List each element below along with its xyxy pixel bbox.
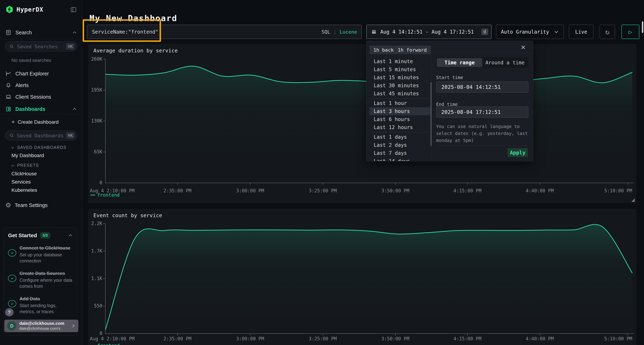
- check-circle-icon: [8, 300, 16, 307]
- sidebar-item-clickhouse[interactable]: ClickHouse: [12, 171, 37, 177]
- axis-tick: [395, 333, 396, 336]
- x-tick-label: 2:35:00 PM: [164, 188, 192, 193]
- sidebar-item-kubernetes[interactable]: Kubernetes: [12, 187, 37, 193]
- chart-panel-avg-duration[interactable]: Average duration by service 260K: [88, 44, 636, 203]
- get-started-item[interactable]: Create Data Sources Configure where your…: [8, 270, 73, 289]
- y-axis-line: [105, 59, 106, 183]
- page-scrollbar-thumb[interactable]: [642, 21, 643, 33]
- saved-dashboards-search[interactable]: ⌘K: [5, 130, 77, 140]
- avatar: D: [7, 321, 16, 331]
- panel-resize-grip[interactable]: ◢: [632, 198, 635, 202]
- user-menu[interactable]: D dale@clickhouse.com dale@clickhouse.co…: [4, 320, 78, 332]
- group-header-saved-dashboards[interactable]: SAVED DASHBOARDS: [11, 145, 66, 150]
- time-preset-option[interactable]: Last 1 days: [370, 133, 431, 141]
- axis-tick: [103, 59, 105, 59]
- granularity-value: Auto Granularity: [501, 29, 549, 35]
- group-header-presets[interactable]: PRESETS: [11, 163, 39, 168]
- chart-legend[interactable]: frontend: [90, 192, 120, 198]
- user-org: dale@clickhouse.com's: [19, 326, 64, 331]
- axis-tick: [103, 306, 105, 306]
- legend-label: frontend: [97, 343, 120, 345]
- sidebar-item-label: Alerts: [16, 82, 28, 88]
- x-axis-line: [105, 333, 634, 334]
- tab-around-a-time[interactable]: Around a time: [482, 58, 528, 67]
- shift-1h-forward-button[interactable]: 1h forward: [394, 45, 431, 54]
- sidebar-item-services[interactable]: Services: [12, 179, 30, 185]
- chevron-up-icon[interactable]: [68, 233, 73, 238]
- saved-searches-input[interactable]: [17, 44, 64, 49]
- x-tick-label: 5:10:00 PM: [604, 336, 632, 342]
- sidebar-item-client-sessions[interactable]: Client Sessions: [5, 93, 77, 101]
- app-logo[interactable]: HyperDX: [5, 5, 43, 13]
- y-tick-label: 65K: [94, 149, 102, 154]
- shortcut-badge: ⌘K: [66, 43, 74, 50]
- axis-tick: [628, 333, 628, 336]
- get-started-item-desc: Set up your database connection: [20, 252, 73, 264]
- y-tick-label: 0: [100, 180, 102, 185]
- hyperdx-app: HyperDX Search ⌘K No saved searches Char…: [0, 0, 644, 345]
- series-area: [106, 225, 632, 333]
- filter-input[interactable]: [92, 29, 318, 35]
- sidebar-item-dashboards[interactable]: Dashboards: [5, 105, 77, 113]
- sidebar-item-chart-explorer[interactable]: Chart Explorer: [5, 69, 77, 78]
- time-preset-option[interactable]: Last 12 hours: [370, 123, 431, 131]
- close-icon[interactable]: ✕: [521, 44, 526, 51]
- time-range-input[interactable]: Aug 4 14:12:51 - Aug 4 17:12:51 d: [366, 25, 492, 39]
- end-time-input[interactable]: [436, 106, 528, 118]
- start-time-input[interactable]: [436, 81, 528, 93]
- y-tick-label: 2.2K: [91, 221, 102, 226]
- live-button[interactable]: Live: [569, 25, 594, 39]
- legend-label: frontend: [97, 192, 120, 198]
- time-picker-tabs: Time range Around a time: [436, 57, 528, 68]
- time-preset-option[interactable]: Last 7 days: [370, 149, 431, 157]
- sidebar-item-alerts[interactable]: Alerts: [5, 81, 77, 89]
- chevron-down-icon: [554, 29, 559, 34]
- shift-1h-back-button[interactable]: 1h back: [370, 45, 398, 54]
- apply-button[interactable]: Apply: [508, 148, 528, 157]
- time-preset-option[interactable]: Last 1 minute: [370, 57, 431, 65]
- list-scrollbar-thumb[interactable]: [430, 82, 432, 146]
- page-title: My New Dashboard: [90, 13, 177, 23]
- refresh-icon: ↻: [605, 28, 610, 36]
- sidebar-item-label: Dashboards: [16, 106, 46, 112]
- shortcut-badge: ⌘K: [66, 132, 74, 139]
- get-started-progress-badge: 3/3: [40, 232, 50, 239]
- time-preset-option[interactable]: Last 15 minutes: [370, 73, 431, 81]
- chart-legend[interactable]: frontend: [90, 343, 120, 345]
- time-preset-option-selected[interactable]: Last 3 hours: [370, 107, 431, 115]
- bell-icon: [5, 82, 12, 88]
- tab-time-range[interactable]: Time range: [437, 58, 482, 67]
- get-started-item[interactable]: Connect to ClickHouse Set up your databa…: [8, 245, 73, 264]
- get-started-item-title: Add Data: [20, 296, 73, 302]
- sql-toggle[interactable]: SQL: [322, 29, 330, 35]
- sidebar-item-search[interactable]: Search: [5, 28, 77, 37]
- axis-tick: [103, 279, 105, 279]
- time-preset-option[interactable]: Last 6 hours: [370, 115, 431, 123]
- sidebar-item-my-dashboard[interactable]: My Dashboard: [12, 153, 44, 158]
- saved-dashboards-input[interactable]: [17, 133, 64, 139]
- user-email: dale@clickhouse.com: [19, 321, 64, 326]
- time-preset-option[interactable]: Last 30 minutes: [370, 81, 431, 89]
- time-preset-option[interactable]: Last 14 days: [370, 157, 431, 161]
- help-button[interactable]: ?: [5, 308, 14, 317]
- saved-searches-search[interactable]: ⌘K: [5, 41, 77, 51]
- chevron-up-icon: [72, 107, 77, 111]
- axis-tick: [468, 333, 468, 336]
- axis-tick: [250, 183, 250, 185]
- get-started-item[interactable]: Add Data Start sending logs, metrics, or…: [8, 296, 73, 315]
- chevron-right-icon: [71, 324, 76, 328]
- time-preset-option[interactable]: Last 2 days: [370, 141, 431, 149]
- time-preset-option[interactable]: Last 45 minutes: [370, 89, 431, 98]
- time-preset-option[interactable]: Last 1 hour: [370, 99, 431, 107]
- refresh-button[interactable]: ↻: [600, 25, 615, 39]
- create-dashboard-button[interactable]: + Create Dashboard: [12, 119, 59, 125]
- y-tick-label: 195K: [91, 87, 102, 93]
- granularity-select[interactable]: Auto Granularity: [496, 25, 564, 39]
- time-preset-option[interactable]: Last 5 minutes: [370, 65, 431, 73]
- run-query-button[interactable]: ▷: [622, 25, 639, 39]
- chart-panel-event-count[interactable]: Event count by service 2.2K 1.: [88, 209, 636, 345]
- get-started-item-title: Create Data Sources: [20, 270, 73, 277]
- sidebar-collapse-icon[interactable]: [70, 6, 77, 13]
- sidebar-item-team-settings[interactable]: ⚙ Team Settings: [5, 202, 48, 208]
- lucene-toggle[interactable]: Lucene: [340, 29, 357, 35]
